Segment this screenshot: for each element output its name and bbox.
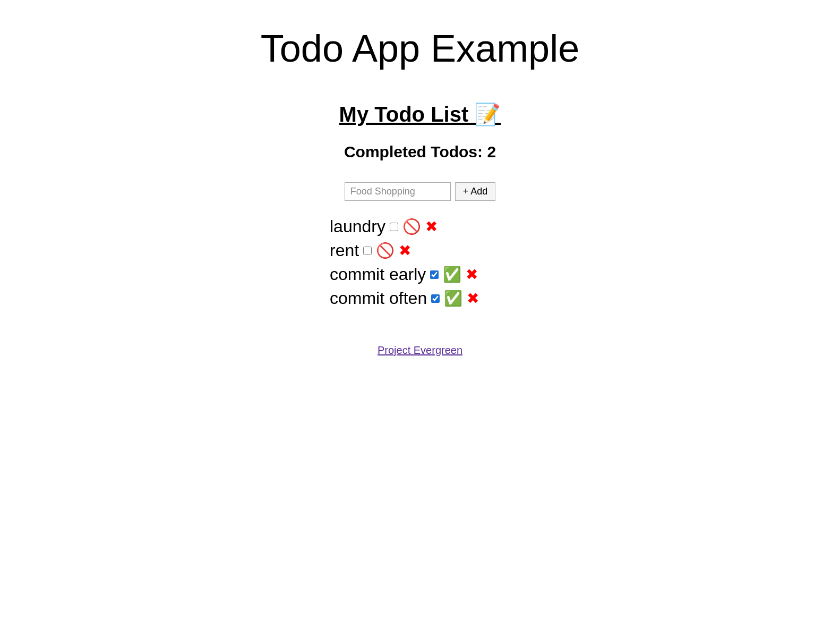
add-todo-button[interactable]: + Add	[455, 182, 496, 201]
list-heading: My Todo List 📝	[339, 102, 501, 127]
todo-text: rent	[330, 241, 359, 260]
todo-checkbox[interactable]	[363, 247, 372, 255]
todo-text: commit often	[330, 289, 427, 308]
todo-checkbox[interactable]	[430, 270, 439, 279]
new-todo-input[interactable]	[345, 182, 451, 201]
todo-item: laundry 🚫 ✖	[330, 217, 526, 236]
todo-text: commit early	[330, 265, 426, 284]
todo-item: commit often ✅ ✖	[330, 289, 526, 308]
complete-todo-button[interactable]: ✅	[443, 267, 461, 282]
todo-checkbox[interactable]	[390, 223, 398, 231]
delete-todo-button[interactable]: ✖	[466, 267, 478, 282]
todo-list: laundry 🚫 ✖ rent 🚫 ✖ commit early ✅ ✖ co…	[314, 217, 526, 312]
add-form: + Add	[345, 182, 496, 201]
footer-link[interactable]: Project Evergreen	[378, 344, 462, 357]
todo-item: commit early ✅ ✖	[330, 265, 526, 284]
delete-todo-button[interactable]: ✖	[399, 243, 411, 258]
page-title: Todo App Example	[261, 27, 579, 70]
complete-todo-button[interactable]: 🚫	[402, 219, 421, 234]
todo-checkbox[interactable]	[431, 294, 440, 303]
complete-todo-button[interactable]: 🚫	[376, 243, 395, 258]
delete-todo-button[interactable]: ✖	[425, 219, 438, 234]
delete-todo-button[interactable]: ✖	[467, 291, 479, 306]
todo-text: laundry	[330, 217, 385, 236]
completed-count: Completed Todos: 2	[344, 143, 496, 161]
complete-todo-button[interactable]: ✅	[444, 291, 462, 306]
todo-item: rent 🚫 ✖	[330, 241, 526, 260]
